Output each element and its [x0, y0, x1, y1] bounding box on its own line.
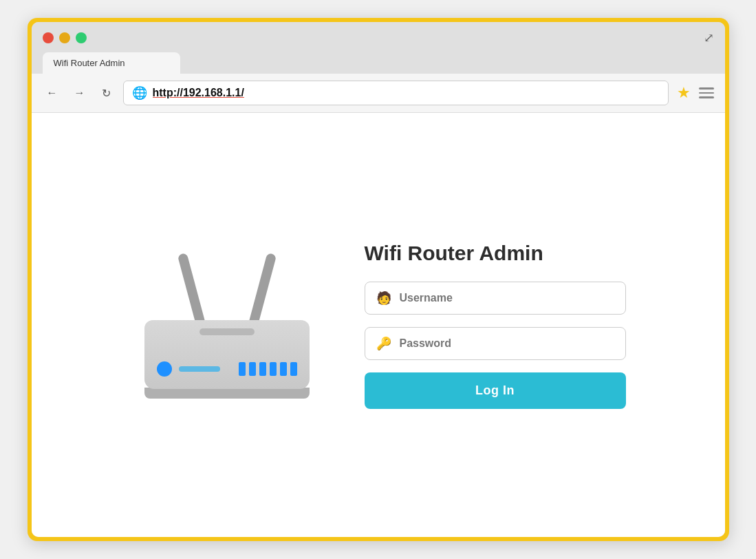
username-field-group: 🧑	[365, 282, 626, 315]
fullscreen-icon[interactable]: ⤢	[704, 30, 714, 45]
key-icon: 🔑	[376, 336, 391, 351]
tab-label: Wifi Router Admin	[54, 58, 125, 68]
router-illustration	[131, 251, 323, 399]
main-content: Wifi Router Admin 🧑 🔑 Log In	[32, 113, 725, 537]
bookmark-icon[interactable]: ★	[677, 84, 691, 102]
browser-window: ⤢ Wifi Router Admin ← → ↻ 🌐 ★	[32, 22, 725, 537]
forward-button[interactable]: →	[70, 85, 89, 101]
led-ports	[239, 362, 297, 376]
tab-bar: Wifi Router Admin	[43, 52, 714, 74]
person-icon: 🧑	[376, 291, 391, 306]
close-button[interactable]	[43, 32, 54, 43]
port-1	[239, 362, 246, 376]
address-bar[interactable]	[153, 87, 660, 99]
login-button[interactable]: Log In	[365, 372, 626, 409]
back-button[interactable]: ←	[43, 85, 62, 101]
username-input[interactable]	[400, 292, 614, 304]
led-power	[157, 361, 172, 377]
port-6	[290, 362, 297, 376]
page-title: Wifi Router Admin	[365, 242, 626, 265]
nav-bar: ← → ↻ 🌐 ★	[32, 74, 725, 113]
antenna-left	[177, 253, 206, 328]
traffic-lights	[43, 32, 87, 43]
minimize-button[interactable]	[59, 32, 70, 43]
title-bar: ⤢ Wifi Router Admin	[32, 22, 725, 74]
password-input[interactable]	[400, 337, 614, 350]
globe-icon: 🌐	[132, 85, 147, 101]
address-bar-container: 🌐	[123, 81, 669, 105]
login-panel: Wifi Router Admin 🧑 🔑 Log In	[365, 242, 626, 409]
router-base	[144, 388, 310, 399]
menu-icon[interactable]	[699, 87, 714, 98]
port-3	[259, 362, 266, 376]
port-2	[249, 362, 256, 376]
browser-frame: ⤢ Wifi Router Admin ← → ↻ 🌐 ★	[28, 18, 729, 541]
router-stripe	[199, 328, 255, 335]
password-field-group: 🔑	[365, 327, 626, 360]
port-4	[270, 362, 277, 376]
antenna-right	[248, 253, 277, 328]
router-body	[144, 320, 310, 389]
router-lights	[157, 361, 297, 381]
port-5	[280, 362, 287, 376]
browser-tab[interactable]: Wifi Router Admin	[43, 52, 180, 74]
led-activity	[179, 366, 220, 372]
router-antennas	[197, 251, 257, 327]
refresh-button[interactable]: ↻	[98, 85, 115, 101]
maximize-button[interactable]	[76, 32, 87, 43]
